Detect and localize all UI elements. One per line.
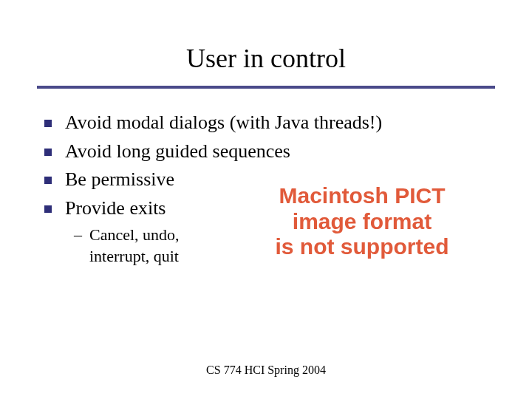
bullet-text: Be permissive — [65, 168, 174, 192]
slide-footer: CS 774 HCI Spring 2004 — [0, 364, 532, 377]
sub-bullet-text: Cancel, undo, interrupt, quit — [89, 225, 237, 267]
placeholder-line: image format — [236, 209, 488, 235]
title-underline — [37, 86, 495, 89]
square-bullet-icon — [44, 205, 52, 213]
placeholder-line: Macintosh PICT — [236, 183, 488, 209]
image-placeholder-warning: Macintosh PICT image format is not suppo… — [236, 183, 488, 260]
bullet-item: Avoid long guided sequences — [44, 140, 488, 164]
placeholder-line: is not supported — [236, 234, 488, 260]
square-bullet-icon — [44, 177, 52, 184]
square-bullet-icon — [44, 149, 52, 156]
slide: User in control Avoid modal dialogs (wit… — [0, 0, 532, 399]
bullet-item: Avoid modal dialogs (with Java threads!) — [44, 111, 488, 135]
bullet-text: Avoid modal dialogs (with Java threads!) — [65, 111, 382, 135]
slide-title: User in control — [0, 43, 532, 74]
dash-bullet-icon: – — [74, 225, 82, 246]
bullet-text: Provide exits — [65, 197, 166, 221]
square-bullet-icon — [44, 120, 52, 127]
bullet-text: Avoid long guided sequences — [65, 140, 290, 164]
